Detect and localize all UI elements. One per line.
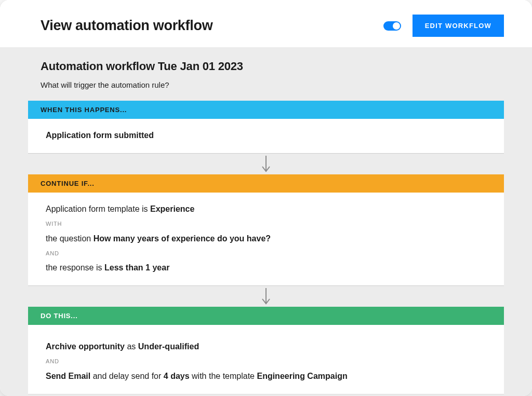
action-line1-value: Under-qualified <box>138 342 199 351</box>
app-frame: View automation workflow EDIT WORKFLOW A… <box>0 0 532 396</box>
trigger-section: WHEN THIS HAPPENS... Application form su… <box>28 101 504 154</box>
condition-line3-prefix: the response is <box>46 263 104 272</box>
action-section-header: DO THIS... <box>28 307 504 325</box>
action-line2-delay: 4 days <box>164 372 190 380</box>
condition-section: CONTINUE IF... Application form template… <box>28 174 504 286</box>
action-line-1: Archive opportunity as Under-qualified <box>46 340 486 353</box>
condition-and-label: AND <box>46 249 486 258</box>
trigger-section-body: Application form submitted <box>28 119 504 154</box>
content-area: Automation workflow Tue Jan 01 2023 What… <box>0 47 532 396</box>
arrow-connector-1 <box>28 154 504 174</box>
workflow-active-toggle[interactable] <box>383 21 401 31</box>
condition-line1-value: Experience <box>150 204 194 213</box>
action-line1-action: Archive opportunity <box>46 342 125 351</box>
condition-section-body: Application form template is Experience … <box>28 193 504 286</box>
condition-line1-prefix: Application form template is <box>46 204 150 213</box>
condition-line3-value: Less than 1 year <box>104 263 169 272</box>
condition-section-header: CONTINUE IF... <box>28 174 504 193</box>
action-and-label: AND <box>46 357 486 366</box>
action-line1-mid: as <box>125 342 138 351</box>
condition-line2-prefix: the question <box>46 234 94 243</box>
condition-line-3: the response is Less than 1 year <box>46 262 486 274</box>
page-title: View automation workflow <box>41 18 212 34</box>
edit-workflow-button[interactable]: EDIT WORKFLOW <box>413 15 504 37</box>
action-section-body: Archive opportunity as Under-qualified A… <box>28 325 504 394</box>
condition-line-2: the question How many years of experienc… <box>46 233 486 245</box>
action-line2-mid1: and delay send for <box>90 372 164 380</box>
workflow-prompt: What will trigger the automation rule? <box>41 80 504 89</box>
condition-with-label: WITH <box>46 220 486 228</box>
arrow-down-icon <box>260 288 272 306</box>
trigger-section-header: WHEN THIS HAPPENS... <box>28 101 504 119</box>
arrow-down-icon <box>260 156 272 173</box>
trigger-text: Application form submitted <box>46 131 154 140</box>
page-header: View automation workflow EDIT WORKFLOW <box>0 0 532 47</box>
condition-line2-value: How many years of experience do you have… <box>94 234 271 243</box>
workflow-name: Automation workflow Tue Jan 01 2023 <box>41 60 504 73</box>
header-controls: EDIT WORKFLOW <box>383 15 504 37</box>
arrow-connector-2 <box>28 286 504 307</box>
action-line2-action: Send Email <box>46 372 90 380</box>
action-line2-mid2: with the template <box>190 372 257 380</box>
action-line-2: Send Email and delay send for 4 days wit… <box>46 370 486 383</box>
action-section: DO THIS... Archive opportunity as Under-… <box>28 307 504 394</box>
condition-line-1: Application form template is Experience <box>46 203 486 215</box>
action-line2-template: Engineering Campaign <box>257 372 347 380</box>
